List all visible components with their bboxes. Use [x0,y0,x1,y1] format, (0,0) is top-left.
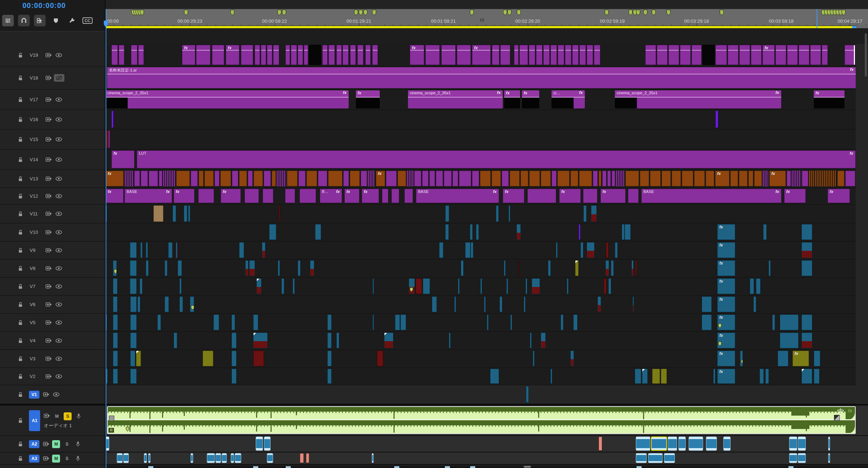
timeline-clip[interactable] [382,189,388,203]
timeline-clip[interactable] [131,45,137,65]
timeline-clip[interactable] [261,45,266,65]
timeline-clip[interactable] [291,45,297,65]
timeline-ruler[interactable]: 00:0000:00:29:2300:00:59:2200:01:29:2100… [106,9,868,28]
track-target-icon[interactable] [46,176,52,181]
timeline-clip[interactable] [213,314,219,330]
solo-button[interactable]: S [63,455,71,463]
timeline-clip[interactable] [510,314,512,330]
timeline-clip[interactable] [368,171,375,186]
track-lane-V1[interactable] [106,385,856,404]
timeline-clip[interactable] [789,453,797,463]
timeline-clip[interactable] [575,260,579,276]
track-lane-V7[interactable]: fx [106,278,856,296]
timeline-clip[interactable] [144,453,147,463]
timeline-clip[interactable] [327,351,332,366]
timeline-clip[interactable] [612,171,615,186]
timeline-clip[interactable] [130,260,137,276]
track-header-V2[interactable]: V2 [0,368,105,385]
track-lane-V15[interactable] [106,129,856,150]
timeline-clip[interactable] [602,171,607,186]
sequence-marker[interactable] [503,10,507,17]
timeline-clip[interactable]: fx [717,351,735,366]
timeline-clip[interactable] [787,45,798,65]
timeline-clip[interactable] [472,171,479,186]
timeline-clip[interactable] [113,369,118,384]
timeline-clip[interactable]: fx [717,224,735,240]
timeline-clip[interactable] [336,332,339,348]
timeline-clip[interactable] [680,45,691,65]
wrench-button[interactable] [66,15,77,26]
track-target-icon[interactable] [46,338,52,343]
track-header-V1[interactable]: V1 [0,385,105,404]
timeline-clip[interactable] [465,242,471,258]
track-target-icon[interactable] [46,157,52,162]
timeline-clip[interactable] [149,171,158,186]
timeline-clip[interactable] [541,171,551,186]
timeline-clip[interactable] [423,278,430,294]
timeline-clip[interactable] [587,45,593,65]
playhead-line[interactable] [106,9,106,468]
timeline-clip[interactable] [583,205,587,222]
timeline-clip[interactable] [409,278,415,294]
timeline-clip[interactable]: fx [182,45,195,65]
toggle-track-output-off[interactable] [54,74,64,82]
timeline-clip[interactable] [361,171,367,186]
timeline-clip[interactable] [648,453,663,463]
track-target-icon[interactable] [46,284,52,289]
timeline-clip[interactable] [664,453,675,463]
timeline-clip[interactable] [715,45,727,65]
timeline-clip[interactable] [593,171,598,186]
timeline-clip[interactable] [318,171,327,186]
timeline-clip[interactable] [520,171,528,186]
timeline-clip[interactable] [249,260,255,276]
track-lane-V10[interactable]: fx [106,223,856,241]
timeline-clip[interactable] [490,369,499,384]
timeline-clip[interactable] [548,260,551,276]
timeline-clip[interactable] [300,453,304,463]
timeline-clip[interactable]: fx [769,171,786,186]
timeline-clip[interactable] [715,111,718,128]
timeline-clip[interactable] [241,45,253,65]
voiceover-record-icon[interactable] [74,440,82,448]
timeline-clip[interactable] [611,260,614,276]
timeline-clip[interactable]: fx [362,189,379,203]
sequence-marker[interactable] [140,10,144,17]
track-lane-A2[interactable] [106,436,868,452]
timeline-clip[interactable] [220,171,231,186]
timeline-clip[interactable] [828,437,830,451]
timeline-clip[interactable] [176,171,190,186]
timeline-clip[interactable] [567,278,569,294]
timeline-clip[interactable] [262,242,265,258]
timeline-clip[interactable]: 名称未設定-1.aifx [107,67,856,88]
timeline-clip[interactable] [178,242,179,258]
timeline-clip[interactable] [138,45,144,65]
timeline-clip[interactable] [772,314,775,330]
timeline-clip[interactable] [254,171,263,186]
timeline-clip[interactable] [196,45,210,65]
source-patch-V1[interactable]: V1 [29,391,39,399]
sequence-marker[interactable] [372,10,376,17]
timeline-clip[interactable] [273,45,279,65]
timeline-clip[interactable] [253,351,264,366]
timeline-clip[interactable] [775,45,786,65]
timeline-clip[interactable] [591,205,597,222]
track-target-icon[interactable] [46,248,52,253]
timeline-clip[interactable] [212,45,224,65]
timeline-clip[interactable] [140,278,142,294]
timeline-clip[interactable] [533,351,535,366]
timeline-clip[interactable]: fx [376,171,385,186]
timeline-clip[interactable] [146,260,149,276]
track-target-icon[interactable] [46,211,52,216]
timeline-clip[interactable] [373,314,374,330]
track-target-icon[interactable] [46,194,52,198]
timeline-clip[interactable] [106,130,109,148]
timeline-clip[interactable]: fx [106,189,124,203]
timeline-clip[interactable]: fx [504,90,520,108]
timeline-clip[interactable] [492,171,501,186]
timeline-clip[interactable] [285,189,295,203]
timeline-clip[interactable] [504,260,506,276]
timeline-clip[interactable] [407,171,413,186]
timeline-clip[interactable] [506,278,508,294]
lock-icon[interactable] [18,137,27,142]
timeline-clip[interactable] [130,332,137,348]
